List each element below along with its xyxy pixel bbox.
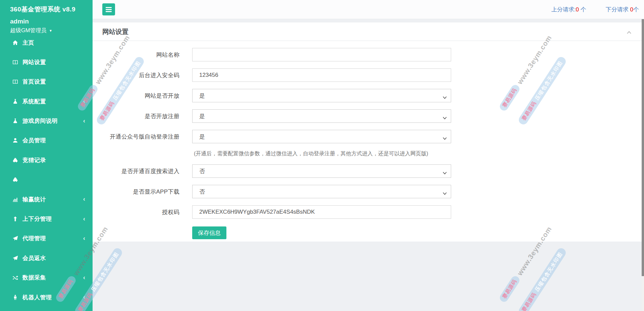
sidebar-item-homepage-settings[interactable]: 首页设置	[0, 75, 93, 89]
sidebar-item-label: 输赢统计	[22, 196, 46, 203]
form-row-site-open: 网站是否开放是	[93, 89, 642, 102]
form-row-show-app-download: 是否显示APP下载否	[93, 185, 642, 198]
field-control-registration-open: 是	[192, 109, 451, 123]
baidu-search-entry-select[interactable]: 否	[192, 164, 451, 178]
wechat-auto-login-select[interactable]: 是	[192, 130, 451, 143]
sidebar-item-label: 系统配置	[22, 98, 46, 105]
sidebar-item-label: 竞猜记录	[22, 156, 46, 164]
columns-icon	[12, 59, 18, 65]
sidebar-item-label: 首页设置	[22, 78, 46, 86]
field-label-baidu-search-entry: 是否开通百度搜索进入	[93, 164, 179, 178]
collapse-panel-button[interactable]	[627, 30, 632, 36]
up-request-count: 0	[576, 6, 579, 13]
form-row-baidu-search-entry: 是否开通百度搜索进入否	[93, 164, 642, 178]
sidebar-item-robot-management[interactable]: 机器人管理‹	[0, 291, 93, 304]
scrollbar-thumb[interactable]	[642, 19, 644, 276]
chevron-left-icon: ‹	[83, 98, 85, 104]
columns-icon	[12, 79, 18, 85]
sidebar-item-label: 机器人管理	[22, 294, 52, 301]
chevron-up-icon	[627, 31, 632, 34]
user-icon	[12, 138, 18, 144]
settings-form: 网站名称后台进入安全码网站是否开放是是否开放注册是开通公众号版自动登录注册是(开…	[93, 41, 642, 239]
chevron-left-icon: ‹	[83, 196, 85, 202]
hamburger-icon	[106, 7, 112, 8]
watermark-note: 压缩包含无水印图	[90, 251, 120, 293]
chevron-left-icon: ‹	[83, 117, 85, 124]
home-icon	[12, 40, 18, 46]
field-label-auth-code: 授权码	[93, 205, 179, 219]
sidebar-item-label: 网站设置	[22, 58, 46, 66]
menu-toggle-button[interactable]	[102, 3, 115, 15]
auth-code-input[interactable]	[192, 205, 451, 219]
level-up-icon	[12, 216, 18, 222]
form-row-auth-code: 授权码	[93, 205, 642, 219]
admin-security-code-input[interactable]	[192, 68, 451, 82]
sidebar-item-system-config[interactable]: 系统配置‹	[0, 95, 93, 108]
sidebar-item-label: 会员管理	[22, 137, 46, 144]
sidebar-item-unnamed-item[interactable]	[0, 173, 93, 187]
chevron-left-icon: ‹	[83, 274, 85, 280]
shuffle-icon	[12, 275, 18, 281]
field-control-baidu-search-entry: 否	[192, 164, 451, 178]
field-control-show-app-download: 否	[192, 185, 451, 198]
down-request-link[interactable]: 下分请求 0个	[606, 6, 639, 13]
sidebar-item-label: 会员返水	[22, 254, 46, 262]
site-name-input[interactable]	[192, 48, 451, 61]
bar-chart-icon	[12, 196, 18, 202]
sidebar-item-member-management[interactable]: 会员管理	[0, 134, 93, 147]
flask-icon	[12, 118, 18, 124]
field-label-site-name: 网站名称	[93, 48, 179, 61]
sidebar-item-score-management[interactable]: 上下分管理‹	[0, 212, 93, 226]
field-control-admin-security-code	[192, 68, 451, 82]
watermark-note-pill: 赛易源码压缩包含无水印图	[517, 247, 568, 311]
field-control-site-open: 是	[192, 89, 451, 102]
chevron-left-icon: ‹	[83, 215, 85, 221]
form-row-admin-security-code: 后台进入安全码	[93, 68, 642, 82]
form-row-wechat-auto-login: 开通公众号版自动登录注册是	[93, 130, 642, 143]
sidebar-item-game-room-info[interactable]: 游戏房间说明‹	[0, 114, 93, 128]
down-request-count: 0	[630, 6, 633, 13]
sidebar-item-label: 游戏房间说明	[22, 117, 58, 125]
sidebar: 360基金管理系统 v8.9 admin 超级GM管理员 ▼ 主页网站设置首页设…	[0, 0, 93, 311]
watermark-note-strip: 赛易源码压缩包含无水印图	[517, 247, 568, 311]
sidebar-item-win-loss-stats[interactable]: 输赢统计‹	[0, 193, 93, 206]
sidebar-item-member-rebate[interactable]: 会员返水	[0, 251, 93, 265]
up-request-link[interactable]: 上分请求:0 个	[551, 6, 586, 13]
site-settings-panel: 网站设置 网站名称后台进入安全码网站是否开放是是否开放注册是开通公众号版自动登录…	[93, 22, 642, 242]
caret-down-icon: ▼	[49, 29, 52, 33]
username: admin	[10, 18, 93, 25]
save-info-button[interactable]: 保存信息	[192, 226, 226, 239]
app-title: 360基金管理系统 v8.9	[0, 0, 93, 14]
flask-icon	[12, 98, 18, 104]
chevron-left-icon: ‹	[83, 294, 85, 300]
sidebar-item-agent-management[interactable]: 代理管理‹	[0, 232, 93, 245]
registration-open-select[interactable]: 是	[192, 109, 451, 123]
sidebar-item-data-collection[interactable]: 数据采集‹	[0, 271, 93, 284]
send-icon	[12, 236, 18, 242]
field-label-site-open: 网站是否开放	[93, 89, 179, 102]
site-open-select[interactable]: 是	[192, 89, 451, 102]
sidebar-item-label: 主页	[22, 39, 34, 47]
chevron-left-icon: ‹	[83, 235, 85, 241]
field-hint-wechat-auto-login: (开通后，需要配置微信参数，通过微信进入，自动登录注册，其他方式进入，还是可以进…	[194, 150, 642, 157]
panel-header: 网站设置	[93, 22, 642, 41]
form-row-registration-open: 是否开放注册是	[93, 109, 642, 123]
sidebar-item-site-settings[interactable]: 网站设置	[0, 55, 93, 69]
sidebar-item-label: 数据采集	[22, 274, 46, 281]
panel-title: 网站设置	[102, 27, 128, 36]
sidebar-item-label: 上下分管理	[22, 215, 52, 223]
scrollbar-track[interactable]	[642, 19, 644, 311]
field-control-auth-code	[192, 205, 451, 219]
show-app-download-select[interactable]: 否	[192, 185, 451, 198]
sidebar-item-label: 代理管理	[22, 235, 46, 242]
sidebar-item-guess-records[interactable]: 竞猜记录	[0, 153, 93, 167]
field-label-registration-open: 是否开放注册	[93, 109, 179, 123]
watermark-note: 压缩包含无水印图	[534, 251, 564, 293]
send-icon	[12, 255, 18, 261]
field-label-wechat-auto-login: 开通公众号版自动登录注册	[93, 130, 179, 143]
user-role-dropdown[interactable]: 超级GM管理员 ▼	[10, 27, 93, 34]
sidebar-item-home[interactable]: 主页	[0, 36, 93, 49]
topbar-right: 上分请求:0 个 下分请求 0个	[551, 6, 644, 13]
field-label-admin-security-code: 后台进入安全码	[93, 68, 179, 82]
form-row-site-name: 网站名称	[93, 48, 642, 61]
